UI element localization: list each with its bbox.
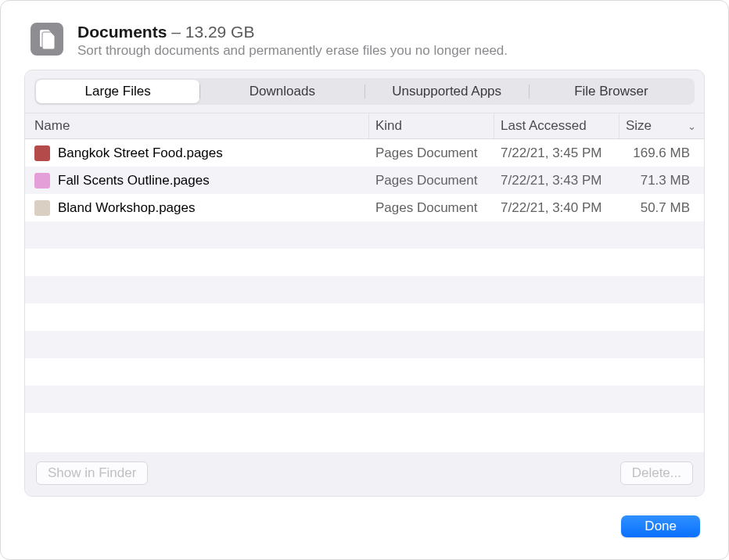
- cell-kind: Pages Document: [369, 145, 494, 161]
- column-header-last-accessed[interactable]: Last Accessed: [494, 113, 619, 138]
- documents-category-icon: [31, 23, 63, 56]
- title-sep: –: [167, 23, 185, 41]
- table-body: Bangkok Street Food.pages Pages Document…: [25, 139, 704, 452]
- title-strong: Documents: [77, 23, 167, 41]
- file-table: Name Kind Last Accessed Size ⌄ Bangkok S…: [25, 113, 704, 496]
- cell-kind: Pages Document: [369, 200, 494, 216]
- tab-file-browser[interactable]: File Browser: [530, 80, 693, 103]
- chevron-down-icon: ⌄: [688, 120, 696, 132]
- file-thumbnail-icon: [34, 173, 50, 188]
- file-thumbnail-icon: [34, 200, 50, 216]
- tab-unsupported-apps[interactable]: Unsupported Apps: [365, 80, 529, 103]
- tab-large-files[interactable]: Large Files: [36, 80, 199, 103]
- cell-size: 169.6 MB: [619, 145, 704, 161]
- empty-row: [25, 249, 704, 276]
- file-name: Bangkok Street Food.pages: [58, 145, 223, 161]
- cell-size: 71.3 MB: [619, 173, 704, 188]
- table-header-row: Name Kind Last Accessed Size ⌄: [25, 113, 704, 139]
- header: Documents – 13.29 GB Sort through docume…: [1, 1, 728, 70]
- empty-row: [25, 331, 704, 358]
- title-size: 13.29 GB: [185, 23, 255, 41]
- documents-window: Documents – 13.29 GB Sort through docume…: [0, 0, 729, 560]
- table-row[interactable]: Bangkok Street Food.pages Pages Document…: [25, 139, 704, 167]
- cell-last-accessed: 7/22/21, 3:40 PM: [494, 200, 619, 216]
- show-in-finder-button[interactable]: Show in Finder: [36, 461, 148, 485]
- segmented-tabs: Large Files Downloads Unsupported Apps F…: [34, 78, 695, 105]
- done-button[interactable]: Done: [621, 515, 700, 537]
- column-header-name[interactable]: Name: [25, 113, 369, 138]
- content-panel: Large Files Downloads Unsupported Apps F…: [24, 70, 705, 497]
- cell-name: Bland Workshop.pages: [25, 200, 369, 216]
- empty-row: [25, 221, 704, 249]
- column-header-size[interactable]: Size ⌄: [619, 113, 704, 138]
- bottom-action-bar: Show in Finder Delete...: [25, 452, 704, 496]
- column-header-kind[interactable]: Kind: [369, 113, 494, 138]
- page-title: Documents – 13.29 GB: [77, 23, 705, 41]
- table-row[interactable]: Bland Workshop.pages Pages Document 7/22…: [25, 194, 704, 221]
- delete-button[interactable]: Delete...: [620, 461, 693, 485]
- page-subtitle: Sort through documents and permanently e…: [77, 43, 705, 59]
- cell-name: Fall Scents Outline.pages: [25, 173, 369, 188]
- column-header-size-label: Size: [626, 118, 652, 134]
- cell-name: Bangkok Street Food.pages: [25, 145, 369, 161]
- empty-row: [25, 276, 704, 303]
- cell-last-accessed: 7/22/21, 3:45 PM: [494, 145, 619, 161]
- tab-downloads[interactable]: Downloads: [200, 80, 364, 103]
- file-thumbnail-icon: [34, 145, 50, 161]
- header-text: Documents – 13.29 GB Sort through docume…: [77, 23, 705, 59]
- table-row[interactable]: Fall Scents Outline.pages Pages Document…: [25, 167, 704, 194]
- file-name: Bland Workshop.pages: [58, 200, 195, 216]
- cell-kind: Pages Document: [369, 173, 494, 188]
- empty-row: [25, 386, 704, 413]
- cell-size: 50.7 MB: [619, 200, 704, 216]
- file-name: Fall Scents Outline.pages: [58, 173, 210, 188]
- empty-row: [25, 358, 704, 386]
- footer: Done: [1, 497, 728, 559]
- empty-row: [25, 303, 704, 331]
- cell-last-accessed: 7/22/21, 3:43 PM: [494, 173, 619, 188]
